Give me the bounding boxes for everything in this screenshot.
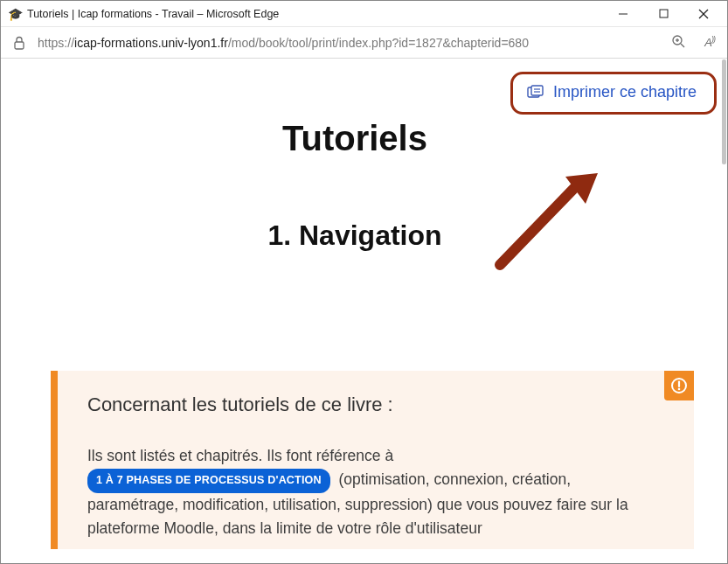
window-titlebar: 🎓 Tutoriels | Icap formations - Travail … — [1, 1, 727, 27]
lock-icon[interactable] — [13, 36, 25, 50]
window-title: Tutoriels | Icap formations - Travail – … — [27, 8, 279, 20]
print-icon — [527, 85, 544, 101]
scrollbar[interactable] — [722, 59, 726, 562]
page-title: Tutoriels — [5, 119, 704, 158]
chapter-title: 1. Navigation — [5, 219, 704, 252]
read-aloud-icon[interactable]: A)) — [704, 35, 715, 49]
info-badge-icon — [664, 371, 694, 400]
page-viewport: Imprimer ce chapitre Tutoriels 1. Naviga… — [2, 59, 722, 562]
info-line1: Ils sont listés et chapitrés. Ils font r… — [87, 447, 393, 464]
minimize-button[interactable] — [603, 1, 643, 27]
favicon-icon: 🎓 — [8, 7, 22, 21]
print-chapter-label: Imprimer ce chapitre — [553, 83, 697, 101]
address-bar[interactable]: https://icap-formations.univ-lyon1.fr/mo… — [1, 27, 727, 59]
close-button[interactable] — [683, 1, 724, 27]
url-text[interactable]: https://icap-formations.univ-lyon1.fr/mo… — [38, 36, 659, 50]
maximize-button[interactable] — [643, 1, 683, 27]
url-path: /mod/book/tool/print/index.php?id=1827&c… — [228, 36, 529, 50]
scrollbar-thumb[interactable] — [722, 59, 726, 164]
svg-rect-10 — [531, 86, 543, 95]
url-scheme: https:// — [38, 36, 74, 50]
url-host: icap-formations.univ-lyon1.fr — [74, 36, 228, 50]
zoom-icon[interactable] — [671, 34, 685, 51]
info-block: Concernant les tutoriels de ce livre : I… — [51, 371, 694, 549]
svg-line-6 — [681, 44, 684, 47]
info-body: Ils sont listés et chapitrés. Ils font r… — [87, 444, 664, 540]
print-chapter-link[interactable]: Imprimer ce chapitre — [510, 72, 717, 115]
info-title: Concernant les tutoriels de ce livre : — [87, 393, 664, 416]
svg-rect-1 — [660, 10, 668, 17]
svg-point-16 — [678, 388, 681, 391]
svg-rect-4 — [15, 42, 24, 49]
phase-pill: 1 À 7 PHASES DE PROCESSUS D'ACTION — [87, 469, 330, 492]
